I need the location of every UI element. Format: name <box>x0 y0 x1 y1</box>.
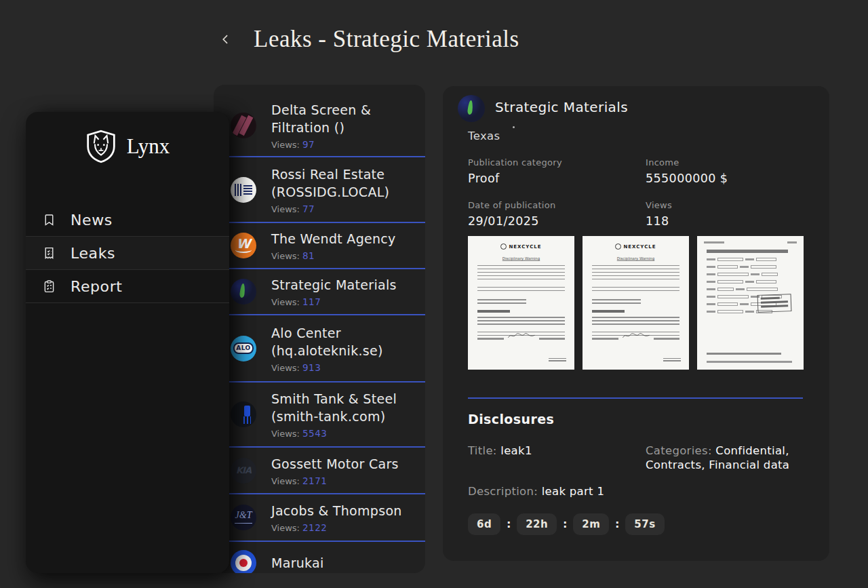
description-label: Description: <box>468 485 538 498</box>
doc-text-lines <box>477 299 526 305</box>
receipt-icon <box>42 246 56 260</box>
views-label: Views: <box>271 429 300 439</box>
company-logo <box>231 177 256 203</box>
list-item-meta: Smith Tank & Steel (smith-tank.com) View… <box>271 390 418 439</box>
list-item-meta: Marukai <box>271 554 324 572</box>
list-item[interactable]: Rossi Real Estate (ROSSIDG.LOCAL) Views:… <box>214 157 425 223</box>
signature-icon <box>507 332 536 340</box>
document-thumbnail[interactable] <box>697 236 804 370</box>
description-value: leak part 1 <box>542 485 605 498</box>
company-logo <box>231 550 256 573</box>
doc-footer-lines <box>549 358 566 363</box>
views-counter: Views:2171 <box>271 475 399 486</box>
views-label: Views: <box>271 476 300 486</box>
doc-brand-text: NEXCYCLE <box>623 244 656 250</box>
doc-text-lines <box>592 265 679 281</box>
sidebar-item-label: Report <box>71 278 123 295</box>
views-label: Views: <box>271 297 300 307</box>
views-value: 97 <box>302 139 315 150</box>
company-logo <box>231 279 256 305</box>
list-item[interactable]: W The Wendt Agency Views:81 <box>214 223 425 269</box>
company-logo: ALO <box>231 336 256 361</box>
list-item[interactable]: KIA Gossett Motor Cars Views:2171 <box>214 448 425 494</box>
company-name: Rossi Real Estate (ROSSIDG.LOCAL) <box>271 165 418 201</box>
doc-text-lines <box>787 241 797 243</box>
views-label: Views: <box>271 251 300 261</box>
list-item-meta: Delta Screen & Filtration () Views:97 <box>271 101 418 150</box>
countdown-hours: 22h <box>517 513 557 535</box>
countdown-minutes: 2m <box>573 513 609 535</box>
company-logo <box>231 113 256 138</box>
leak-detail-panel: Strategic Materials . Texas Publication … <box>443 86 829 561</box>
views-counter: Views:913 <box>271 362 418 373</box>
disclosure-title: Title: leak1 <box>468 444 532 458</box>
doc-text-lines <box>477 265 565 281</box>
document-thumbnail[interactable]: NEXCYCLE Disciplinary Warning <box>468 236 574 370</box>
back-button[interactable] <box>216 28 236 51</box>
sidebar-item-leaks[interactable]: Leaks <box>26 237 229 270</box>
list-item[interactable]: Delta Screen & Filtration () Views:97 <box>214 94 425 157</box>
views-value: 117 <box>302 296 321 307</box>
views-counter: Views:81 <box>271 250 396 261</box>
field-label: Date of publication <box>468 200 556 210</box>
disclosures-heading: Disclosures <box>468 412 554 427</box>
countdown-separator: : <box>507 518 511 530</box>
views-counter: Views:117 <box>271 296 397 307</box>
doc-text-lines <box>592 287 679 293</box>
list-item[interactable]: Marukai <box>214 542 425 573</box>
brand-logo[interactable]: Lynx <box>26 112 229 163</box>
disclosure-description: Description: leak part 1 <box>468 484 604 498</box>
brand-name: Lynx <box>127 134 170 159</box>
field-label: Publication category <box>468 157 562 168</box>
field-value: 555000000 $ <box>646 172 728 185</box>
list-item-meta: The Wendt Agency Views:81 <box>271 230 396 261</box>
doc-text-lines <box>592 310 625 313</box>
company-name: Delta Screen & Filtration () <box>271 101 418 136</box>
doc-text-lines <box>592 299 641 305</box>
doc-text-lines <box>477 310 510 313</box>
field-value: Proof <box>468 172 500 185</box>
doc-text-lines <box>707 250 788 253</box>
field-value: 118 <box>646 214 669 228</box>
company-name: Smith Tank & Steel (smith-tank.com) <box>271 390 418 425</box>
stray-period: . <box>513 126 515 128</box>
doc-heading: Disciplinary Warning <box>588 256 684 260</box>
company-logo <box>458 95 485 122</box>
doc-text-lines <box>477 287 565 293</box>
list-item[interactable]: Strategic Materials Views:117 <box>214 269 425 315</box>
doc-heading: Disciplinary Warning <box>473 256 569 260</box>
views-label: Views: <box>271 363 300 373</box>
views-value: 2122 <box>302 522 327 533</box>
nexcycle-logo-icon <box>500 243 507 250</box>
views-value: 81 <box>302 250 315 261</box>
sidebar-item-news[interactable]: News <box>26 203 229 237</box>
section-divider <box>468 397 803 399</box>
views-value: 2171 <box>302 475 327 486</box>
document-thumbnail[interactable]: NEXCYCLE Disciplinary Warning <box>583 236 689 370</box>
chevron-left-icon <box>219 33 233 46</box>
sidebar-nav: News Leaks Report <box>26 203 229 303</box>
list-item-meta: Jacobs & Thompson Views:2122 <box>271 502 402 533</box>
sidebar-item-report[interactable]: Report <box>26 270 229 303</box>
nexcycle-logo-icon <box>615 243 621 250</box>
signature-icon <box>622 332 650 340</box>
title-label: Title: <box>468 444 497 457</box>
list-item[interactable]: J&T Jacobs & Thompson Views:2122 <box>214 494 425 542</box>
doc-text-lines <box>477 317 565 326</box>
detail-location: Texas <box>468 130 500 142</box>
views-counter: Views:5543 <box>271 428 418 439</box>
countdown-seconds: 57s <box>625 513 664 535</box>
list-item[interactable]: Smith Tank & Steel (smith-tank.com) View… <box>214 383 425 448</box>
sidebar-item-label: News <box>71 212 113 229</box>
sidebar-item-label: Leaks <box>71 245 115 262</box>
views-counter: Views:77 <box>271 203 418 214</box>
bookmark-icon <box>42 213 56 227</box>
doc-footer-lines <box>707 353 781 355</box>
list-item[interactable]: ALO Alo Center (hq.aloteknik.se) Views:9… <box>214 315 425 383</box>
doc-footer-lines <box>663 358 681 363</box>
views-label: Views: <box>271 523 300 533</box>
views-value: 913 <box>302 362 321 373</box>
field-label: Views <box>646 200 672 210</box>
company-name: Marukai <box>271 554 324 572</box>
title-value: leak1 <box>500 444 532 457</box>
